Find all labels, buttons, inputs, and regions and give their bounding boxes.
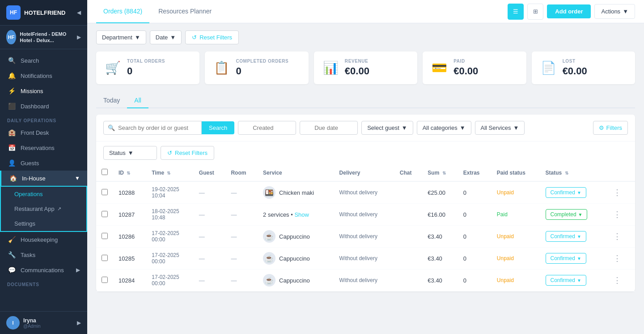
status-badge[interactable]: Confirmed ▼: [546, 275, 586, 286]
lost-icon: 📄: [541, 60, 556, 75]
actions-button[interactable]: Actions ▼: [594, 4, 635, 19]
tab-resources-label: Resources Planner: [158, 8, 212, 15]
logo-text: HOTELFRIEND: [24, 9, 65, 16]
all-categories-label: All categories: [423, 124, 458, 131]
sidebar-item-front-desk[interactable]: 🏨 Front Desk: [0, 125, 87, 140]
sidebar-item-operations[interactable]: Operations: [1, 187, 86, 201]
row-room: —: [225, 204, 258, 226]
tab-resources[interactable]: Resources Planner: [151, 0, 219, 23]
row-more-button[interactable]: ⋮: [610, 253, 624, 264]
row-checkbox[interactable]: [102, 211, 108, 217]
all-services-label: All Services: [481, 124, 511, 131]
grid-view-btn[interactable]: ⊞: [527, 4, 543, 20]
row-checkbox[interactable]: [102, 255, 108, 261]
th-service: Service: [258, 164, 334, 181]
th-time[interactable]: Time ⇅: [146, 164, 193, 181]
row-more-button[interactable]: ⋮: [610, 231, 624, 242]
row-sum: €16.00: [422, 204, 458, 226]
sidebar-item-tasks[interactable]: 🔧 Tasks: [0, 247, 87, 262]
sidebar-item-notifications[interactable]: 🔔 Notifications: [0, 68, 87, 83]
row-extras: 0: [458, 270, 491, 291]
table-reset-filters-btn[interactable]: ↺ Reset Filters: [161, 146, 214, 160]
sidebar-item-dashboard[interactable]: ⬛ Dashboard: [0, 98, 87, 114]
row-checkbox-cell: [96, 248, 113, 270]
th-sum[interactable]: Sum ⇅: [422, 164, 458, 181]
hotel-info[interactable]: HF HotelFriend - DEMO Hotel - Delux... ▶: [0, 26, 87, 49]
th-status[interactable]: Status ⇅: [540, 164, 606, 181]
due-date-input[interactable]: [300, 121, 358, 135]
row-delivery: Without delivery: [334, 204, 394, 226]
list-view-icon: ☰: [513, 8, 518, 15]
external-link-icon: ↗: [57, 206, 61, 212]
row-checkbox[interactable]: [102, 189, 108, 195]
main-content: Orders (8842) Resources Planner ☰ ⊞ Add …: [87, 0, 644, 334]
all-categories-btn[interactable]: All categories ▼: [417, 121, 471, 135]
department-label: Department: [102, 34, 132, 41]
search-button[interactable]: Search: [202, 121, 234, 134]
created-date-input[interactable]: [238, 121, 296, 135]
time-sort-icon: ⇅: [167, 171, 170, 176]
tab-today[interactable]: Today: [96, 93, 127, 108]
th-id[interactable]: ID ⇅: [113, 164, 146, 181]
table-toolbar: 🔍 Search 📅 📅 Select guest ▼ All: [96, 115, 635, 141]
status-select[interactable]: Status ▼: [103, 146, 157, 160]
status-badge[interactable]: Confirmed ▼: [546, 231, 586, 242]
status-badge[interactable]: Completed ▼: [546, 209, 588, 220]
status-badge-arrow: ▼: [577, 256, 581, 261]
reset-filters-button[interactable]: ↺ Reset Filters: [185, 30, 239, 44]
revenue-icon: 📊: [323, 60, 339, 75]
row-time: 17-02-2025 00:00: [146, 248, 193, 270]
select-guest-icon: ▼: [402, 124, 407, 131]
status-badge[interactable]: Confirmed ▼: [546, 187, 586, 198]
revenue-label: REVENUE: [345, 59, 369, 64]
sidebar-item-reservations[interactable]: 📅 Reservations: [0, 140, 87, 155]
table-second-toolbar: Status ▼ ↺ Reset Filters: [96, 141, 635, 164]
sidebar-item-restaurant-app[interactable]: Restaurant App ↗: [1, 201, 86, 216]
sidebar-item-communications[interactable]: 💬 Communications ▶: [0, 262, 87, 278]
documents-section-label: DOCUMENTS: [0, 278, 87, 289]
row-checkbox[interactable]: [102, 233, 108, 239]
sidebar-item-housekeeping[interactable]: 🧹 Housekeeping: [0, 232, 87, 247]
row-time: 19-02-2025 10:04: [146, 181, 193, 204]
sidebar-item-guests[interactable]: 👤 Guests: [0, 155, 87, 171]
reset-label: Reset Filters: [199, 34, 232, 41]
row-delivery: Without delivery: [334, 226, 394, 248]
tab-orders[interactable]: Orders (8842): [96, 0, 149, 23]
row-checkbox[interactable]: [102, 277, 108, 283]
row-more-button[interactable]: ⋮: [610, 274, 624, 286]
th-delivery: Delivery: [334, 164, 394, 181]
sidebar-nav: 🔍 Search 🔔 Notifications ⚡ Missions ⬛ Da…: [0, 49, 87, 311]
filters-label: Filters: [606, 124, 622, 131]
th-actions: [605, 164, 635, 181]
sidebar-logo[interactable]: HF HOTELFRIEND ◀: [0, 0, 87, 26]
row-service: ☕ Cappuccino: [258, 226, 334, 248]
department-filter[interactable]: Department ▼: [96, 30, 146, 44]
user-menu-icon[interactable]: ▶: [77, 320, 81, 326]
sidebar-collapse-icon[interactable]: ◀: [77, 9, 81, 16]
topbar: Orders (8842) Resources Planner ☰ ⊞ Add …: [87, 0, 644, 23]
advanced-filters-btn[interactable]: ⚙ Filters: [593, 121, 628, 135]
row-chat: [394, 204, 423, 226]
status-badge[interactable]: Confirmed ▼: [546, 253, 586, 264]
row-extras: 0: [458, 181, 491, 204]
row-more-button[interactable]: ⋮: [610, 209, 624, 220]
date-filter[interactable]: Date ▼: [150, 30, 182, 44]
row-paid-status: Unpaid: [491, 181, 540, 204]
tab-all[interactable]: All: [127, 93, 148, 108]
row-room: —: [225, 226, 258, 248]
sidebar-item-search[interactable]: 🔍 Search: [0, 53, 87, 68]
sidebar-item-in-house[interactable]: 🏠 In-House ▼: [0, 171, 87, 186]
all-services-btn[interactable]: All Services ▼: [475, 121, 525, 135]
sidebar-item-settings[interactable]: Settings: [1, 216, 86, 231]
total-orders-value: 0: [127, 65, 165, 77]
row-more-button[interactable]: ⋮: [610, 187, 624, 198]
select-all-checkbox[interactable]: [102, 169, 108, 175]
add-order-button[interactable]: Add order: [547, 4, 591, 18]
row-guest: —: [194, 204, 226, 226]
list-view-btn[interactable]: ☰: [508, 4, 524, 20]
paid-icon: 💳: [432, 60, 447, 75]
show-services-link[interactable]: Show: [294, 211, 309, 218]
search-input[interactable]: [103, 121, 202, 135]
select-guest-btn[interactable]: Select guest ▼: [361, 121, 413, 135]
sidebar-item-missions[interactable]: ⚡ Missions: [0, 83, 87, 98]
